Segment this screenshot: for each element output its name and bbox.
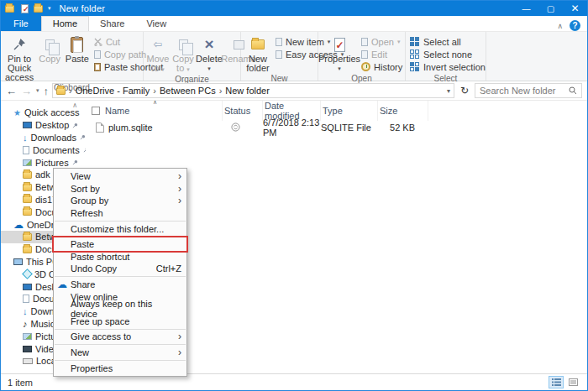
- paste-button[interactable]: Paste: [63, 34, 92, 64]
- maximize-button[interactable]: ▢: [538, 1, 563, 16]
- recent-locations-caret-icon[interactable]: ▾: [36, 87, 39, 94]
- breadcrumb-chevron-icon: ›: [153, 86, 156, 96]
- breadcrumb-segment[interactable]: OneDrive - Family: [76, 86, 150, 96]
- menu-separator: [55, 276, 186, 277]
- sidebar-item-documents[interactable]: Documents: [1, 143, 86, 156]
- menu-item-give-access-to[interactable]: Give access to›: [54, 331, 186, 343]
- menu-accelerator: Ctrl+Z: [156, 263, 181, 274]
- menu-item-label: Share: [71, 279, 95, 289]
- column-header-date-modified[interactable]: Date modified: [263, 101, 321, 121]
- monitor-icon: [23, 284, 32, 290]
- pin-to-quick-access-button[interactable]: Pin to Quick access: [3, 34, 36, 82]
- quick-access-toolbar: ✓ ▾: [21, 4, 51, 13]
- sort-ascending-icon: ∧: [153, 99, 157, 106]
- move-to-button[interactable]: ⇦ Move to ▾: [145, 34, 171, 74]
- submenu-arrow-icon: ›: [178, 332, 181, 341]
- select-none-label: Select none: [423, 50, 472, 60]
- sidebar-item-pictures[interactable]: Pictures: [1, 156, 86, 169]
- menu-item-label: New: [71, 347, 89, 357]
- menu-item-view[interactable]: View›: [54, 170, 186, 183]
- breadcrumb-segment[interactable]: New folder: [225, 86, 270, 96]
- sidebar-item-downloads[interactable]: ↓Downloads: [1, 132, 86, 144]
- menu-item-customize-this-folder[interactable]: Customize this folder...: [54, 222, 186, 235]
- copy-path-icon: [94, 50, 101, 59]
- select-none-button[interactable]: Select none: [407, 48, 488, 60]
- submenu-arrow-icon: ›: [178, 196, 181, 205]
- minimize-button[interactable]: —: [514, 1, 538, 16]
- refresh-icon[interactable]: ↻: [458, 85, 471, 96]
- invert-selection-label: Invert selection: [423, 62, 486, 72]
- up-button[interactable]: ↑: [44, 85, 50, 97]
- search-input[interactable]: [480, 86, 565, 96]
- ribbon-group-select: Select all Select none Invert selection …: [406, 32, 486, 81]
- menu-item-free-up-space[interactable]: Free up space: [54, 315, 186, 328]
- cloud-icon: ☁: [13, 221, 24, 229]
- menu-item-group-by[interactable]: Group by›: [54, 195, 186, 207]
- file-icon: [96, 123, 104, 133]
- large-icons-view-button[interactable]: [565, 376, 580, 388]
- column-header-size[interactable]: Size: [378, 101, 428, 121]
- menu-item-refresh[interactable]: Refresh: [54, 207, 186, 220]
- clipboard-icon: [71, 35, 83, 54]
- new-folder-shortcut-icon[interactable]: [34, 5, 43, 13]
- ribbon-group-open: ✓ Properties ▾ Open▾ Edit Histor: [318, 32, 406, 81]
- column-header-status[interactable]: Status: [223, 101, 263, 121]
- file-size: 52 KB: [378, 123, 428, 133]
- properties-button[interactable]: ✓ Properties ▾: [320, 34, 359, 73]
- copy-to-icon: [179, 35, 188, 54]
- address-dropdown-caret-icon[interactable]: ▾: [447, 87, 450, 95]
- menu-item-always-keep-on-this-device[interactable]: Always keep on this device: [54, 303, 186, 315]
- edit-button[interactable]: Edit: [359, 48, 405, 60]
- copy-to-button[interactable]: Copy to ▾: [171, 34, 196, 74]
- copy-path-label: Copy path: [104, 50, 146, 60]
- details-view-button[interactable]: [549, 376, 564, 388]
- menu-item-undo-copy[interactable]: Undo CopyCtrl+Z: [54, 263, 186, 275]
- 3d-objects-icon: [22, 268, 33, 279]
- column-header-type[interactable]: Type: [321, 101, 378, 121]
- open-button[interactable]: Open▾: [359, 35, 405, 48]
- breadcrumb[interactable]: › OneDrive - Family › Between PCs › New …: [52, 83, 454, 98]
- download-icon: ↓: [23, 133, 28, 143]
- tab-view[interactable]: View: [135, 17, 177, 31]
- sidebar-scroll-up-icon[interactable]: ∧: [72, 102, 77, 109]
- column-header-name[interactable]: Name ∧: [86, 101, 223, 121]
- ribbon-group-organize: ⇦ Move to ▾ Copy to ▾ × Delete ▾ Rename …: [144, 32, 241, 81]
- menu-separator: [55, 329, 186, 330]
- copy-button[interactable]: Copy: [36, 34, 63, 64]
- select-all-checkbox[interactable]: [92, 107, 100, 115]
- help-icon[interactable]: ?: [570, 20, 580, 31]
- menu-item-label: Refresh: [71, 208, 103, 218]
- menu-item-paste[interactable]: Paste: [54, 238, 186, 251]
- qat-customize-caret-icon[interactable]: ▾: [48, 5, 51, 12]
- disk-icon: [23, 358, 33, 364]
- tab-home[interactable]: Home: [41, 16, 89, 31]
- history-button[interactable]: History: [359, 60, 405, 73]
- menu-item-share[interactable]: ☁Share: [54, 279, 186, 291]
- tab-file[interactable]: File: [1, 16, 41, 31]
- onedrive-sync-status-icon: [231, 123, 240, 132]
- delete-label: Delete: [196, 55, 223, 64]
- copy-to-label: Copy to: [172, 54, 194, 73]
- delete-button[interactable]: × Delete ▾: [196, 34, 223, 73]
- menu-item-properties[interactable]: Properties: [54, 362, 186, 374]
- select-all-button[interactable]: Select all: [407, 35, 488, 48]
- tab-share[interactable]: Share: [89, 17, 135, 31]
- close-button[interactable]: ✕: [563, 1, 587, 16]
- menu-item-sort-by[interactable]: Sort by›: [54, 183, 186, 196]
- forward-button[interactable]: →: [21, 85, 32, 97]
- menu-item-new[interactable]: New›: [54, 347, 186, 359]
- sidebar-item-label: Pictures: [35, 158, 69, 168]
- folder-icon: [23, 184, 32, 191]
- sidebar-item-desktop[interactable]: Desktop: [1, 119, 86, 132]
- breadcrumb-segment[interactable]: Between PCs: [160, 86, 216, 96]
- edit-icon: [361, 50, 368, 59]
- large-icons-view-icon: [569, 378, 578, 386]
- properties-shortcut-icon[interactable]: ✓: [21, 4, 29, 13]
- back-button[interactable]: ←: [6, 85, 17, 97]
- address-bar: ← → ▾ ↑ › OneDrive - Family › Between PC…: [1, 81, 587, 101]
- collapse-ribbon-icon[interactable]: ∧: [557, 22, 563, 30]
- invert-selection-button[interactable]: Invert selection: [407, 60, 488, 73]
- sidebar-item-label: adk: [35, 169, 50, 180]
- titlebar: ✓ ▾ New folder — ▢ ✕: [1, 1, 587, 16]
- new-folder-button[interactable]: New folder: [243, 34, 273, 73]
